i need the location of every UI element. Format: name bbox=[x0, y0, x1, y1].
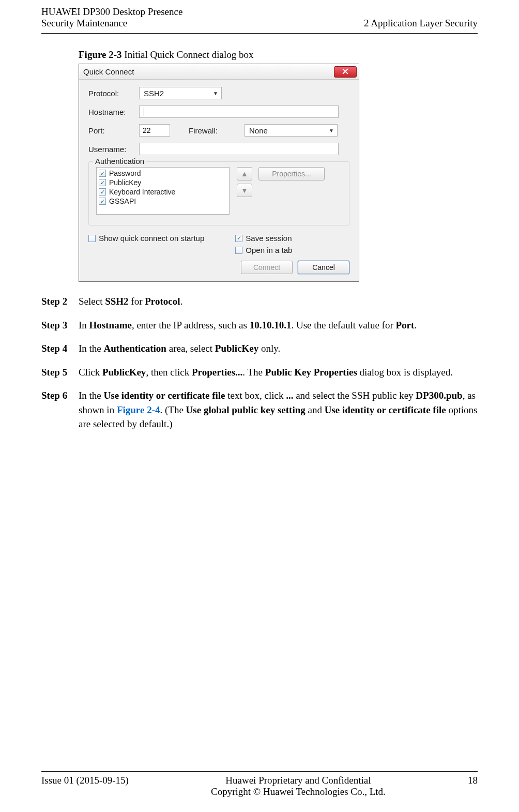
dialog-title: Quick Connect bbox=[83, 67, 134, 76]
authentication-listbox[interactable]: ✓ Password ✓ PublicKey ✓ Keyboard Intera… bbox=[96, 167, 230, 215]
firewall-label: Firewall: bbox=[189, 126, 239, 135]
copyright-text: Copyright © Huawei Technologies Co., Ltd… bbox=[211, 786, 386, 798]
checkbox-icon: ✓ bbox=[99, 188, 106, 196]
protocol-dropdown[interactable]: SSH2 ▼ bbox=[139, 87, 222, 99]
issue-text: Issue 01 (2015-09-15) bbox=[41, 775, 129, 798]
checkbox-icon: ✓ bbox=[235, 235, 242, 242]
text-caret bbox=[144, 108, 144, 116]
connect-button[interactable]: Connect bbox=[241, 261, 293, 274]
page-header: HUAWEI DP300 Desktop Presence Security M… bbox=[0, 0, 519, 33]
dialog-titlebar: Quick Connect bbox=[79, 64, 359, 80]
step-2: Step 2 Select SSH2 for Protocol. bbox=[41, 294, 478, 309]
chevron-down-icon: ▼ bbox=[213, 91, 218, 96]
chevron-down-icon: ▼ bbox=[329, 128, 334, 133]
save-session-checkbox[interactable]: ✓ Save session bbox=[235, 234, 292, 243]
figure-caption: Figure 2-3 Initial Quick Connect dialog … bbox=[79, 49, 519, 61]
show-on-startup-checkbox[interactable]: ✓ Show quick connect on startup bbox=[88, 234, 204, 243]
steps-list: Step 2 Select SSH2 for Protocol. Step 3 … bbox=[41, 294, 478, 431]
footer-rule bbox=[41, 771, 478, 772]
move-up-button[interactable]: ▲ bbox=[237, 167, 252, 181]
triangle-down-icon: ▼ bbox=[241, 186, 248, 194]
checkbox-icon: ✓ bbox=[99, 179, 106, 186]
firewall-value: None bbox=[249, 126, 268, 135]
checkbox-icon: ✓ bbox=[99, 198, 106, 205]
hostname-label: Hostname: bbox=[88, 108, 139, 116]
auth-item-keyboard[interactable]: ✓ Keyboard Interactive bbox=[99, 187, 227, 197]
protocol-label: Protocol: bbox=[88, 89, 139, 98]
port-label: Port: bbox=[88, 126, 139, 135]
doc-title-1: HUAWEI DP300 Desktop Presence bbox=[41, 6, 182, 18]
doc-title-2: Security Maintenance bbox=[41, 18, 182, 29]
move-down-button[interactable]: ▼ bbox=[237, 184, 252, 197]
cancel-button[interactable]: Cancel bbox=[298, 261, 349, 274]
page-number: 18 bbox=[468, 775, 478, 798]
port-input[interactable] bbox=[139, 124, 170, 137]
checkbox-icon: ✓ bbox=[99, 170, 106, 177]
step-4: Step 4 In the Authentication area, selec… bbox=[41, 341, 478, 356]
confidential-text: Huawei Proprietary and Confidential bbox=[211, 775, 386, 786]
auth-item-publickey[interactable]: ✓ PublicKey bbox=[99, 178, 227, 187]
protocol-value: SSH2 bbox=[144, 89, 164, 98]
open-in-tab-checkbox[interactable]: ✓ Open in a tab bbox=[235, 246, 292, 254]
close-icon bbox=[342, 67, 348, 76]
step-5: Step 5 Click PublicKey, then click Prope… bbox=[41, 365, 478, 380]
firewall-dropdown[interactable]: None ▼ bbox=[245, 124, 338, 137]
figure-link[interactable]: Figure 2-4 bbox=[117, 404, 160, 415]
quick-connect-dialog: Quick Connect Protocol: SSH2 ▼ Hostname:… bbox=[79, 64, 359, 282]
close-button[interactable] bbox=[334, 66, 357, 78]
header-rule bbox=[41, 33, 478, 34]
section-title: 2 Application Layer Security bbox=[364, 6, 478, 29]
checkbox-icon: ✓ bbox=[235, 247, 242, 254]
triangle-up-icon: ▲ bbox=[241, 170, 248, 178]
auth-item-password[interactable]: ✓ Password bbox=[99, 169, 227, 178]
username-input[interactable] bbox=[139, 143, 339, 155]
auth-item-gssapi[interactable]: ✓ GSSAPI bbox=[99, 197, 227, 206]
username-label: Username: bbox=[88, 145, 139, 154]
page-footer: Issue 01 (2015-09-15) Huawei Proprietary… bbox=[41, 771, 478, 798]
step-6: Step 6 In the Use identity or certificat… bbox=[41, 388, 478, 431]
figure-text: Initial Quick Connect dialog box bbox=[122, 49, 254, 60]
checkbox-icon: ✓ bbox=[88, 235, 96, 242]
properties-button[interactable]: Properties... bbox=[258, 167, 325, 181]
step-3: Step 3 In Hostname, enter the IP address… bbox=[41, 318, 478, 333]
figure-label: Figure 2-3 bbox=[79, 49, 122, 60]
hostname-input[interactable] bbox=[139, 106, 339, 118]
authentication-group: Authentication ✓ Password ✓ PublicKey ✓ … bbox=[88, 161, 349, 225]
authentication-group-title: Authentication bbox=[93, 157, 146, 166]
